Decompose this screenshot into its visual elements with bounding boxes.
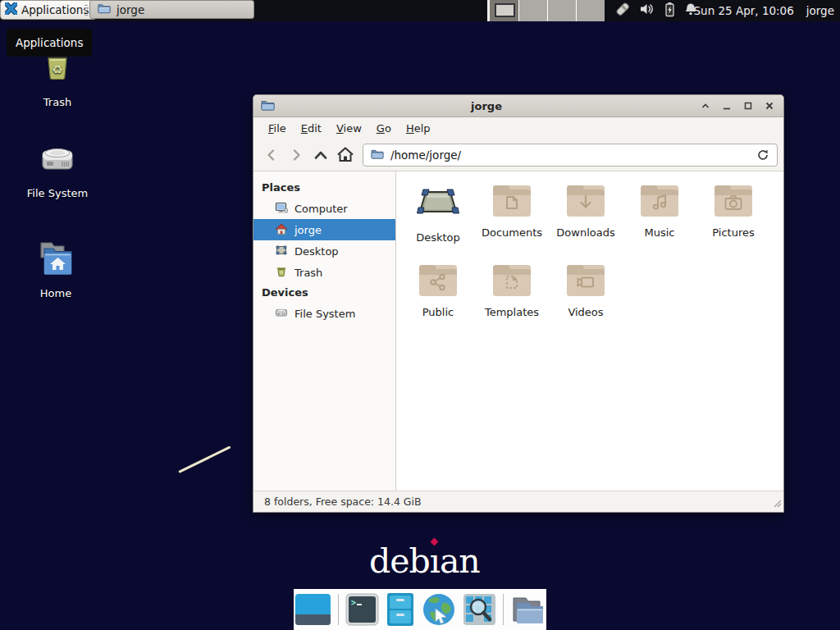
- path-text[interactable]: /home/jorge/: [390, 148, 461, 162]
- app-finder-icon[interactable]: [463, 593, 496, 626]
- mouse-tray-icon[interactable]: [614, 1, 631, 21]
- desktop-icon-label: Trash: [43, 96, 71, 108]
- desktop-icon-file-system[interactable]: File System: [16, 139, 98, 199]
- sidebar-item-desktop[interactable]: Desktop: [253, 240, 395, 262]
- places-header: Places: [253, 178, 395, 198]
- resize-grip[interactable]: [772, 498, 782, 510]
- menu-file[interactable]: File: [261, 119, 294, 138]
- tooltip-text: Applications: [16, 36, 83, 49]
- file-label: Public: [422, 306, 454, 318]
- desktop-icon-label: File System: [27, 187, 88, 199]
- reload-icon[interactable]: [756, 148, 769, 162]
- forward-button[interactable]: [284, 143, 308, 167]
- volume-icon[interactable]: [640, 2, 655, 19]
- folder-icon: [98, 2, 111, 16]
- window-title: jorge: [275, 100, 698, 112]
- sidebar-item-computer[interactable]: Computer: [253, 198, 395, 219]
- window-content: Places Computer: [253, 171, 783, 491]
- menu-view[interactable]: View: [329, 119, 369, 138]
- folder-music-icon: [639, 182, 680, 221]
- folder-downloads-icon: [565, 182, 606, 221]
- devices-header: Devices: [253, 283, 395, 303]
- dock-separator: [503, 594, 504, 625]
- back-button[interactable]: [259, 143, 284, 167]
- shade-button[interactable]: [698, 99, 712, 113]
- show-desktop-icon[interactable]: [294, 593, 331, 626]
- hard-drive-icon: [37, 139, 78, 181]
- svg-text:♻: ♻: [52, 62, 62, 77]
- menu-help[interactable]: Help: [399, 119, 438, 138]
- workspace-2[interactable]: [518, 0, 547, 21]
- taskbar-item-jorge[interactable]: jorge: [89, 0, 254, 19]
- file-tile-music[interactable]: Music: [623, 182, 696, 262]
- file-tile-pictures[interactable]: Pictures: [696, 182, 770, 262]
- menu-go[interactable]: Go: [369, 119, 399, 138]
- file-cabinet-icon[interactable]: [386, 592, 415, 627]
- file-label: Downloads: [556, 226, 614, 239]
- path-bar[interactable]: /home/jorge/: [363, 144, 778, 167]
- taskbar-item-label: jorge: [116, 3, 144, 16]
- file-label: Templates: [485, 306, 539, 318]
- menubar: File Edit View Go Help: [253, 117, 783, 139]
- xfce-menu-icon: [5, 2, 17, 17]
- home-icon: [275, 222, 288, 238]
- file-tile-templates[interactable]: Templates: [475, 262, 549, 341]
- desktop-line-artifact: [178, 445, 231, 472]
- applications-tooltip: Applications: [7, 29, 92, 57]
- desktop: Applications jorge: [0, 0, 840, 630]
- sidebar-item-label: File System: [294, 308, 355, 320]
- file-tile-public[interactable]: Public: [401, 262, 475, 341]
- bottom-dock: >: [294, 589, 546, 630]
- trash-icon: ♻: [275, 265, 288, 281]
- dock-separator: [338, 594, 339, 625]
- statusbar: 8 folders, Free space: 14.4 GiB: [253, 491, 783, 512]
- menu-edit[interactable]: Edit: [294, 119, 329, 138]
- terminal-icon[interactable]: >: [345, 593, 379, 626]
- svg-text:>: >: [351, 598, 356, 607]
- folder-videos-icon: [565, 262, 606, 300]
- file-list: Desktop Documents: [396, 171, 783, 491]
- applications-menu-label: Applications: [21, 3, 89, 16]
- status-text: 8 folders, Free space: 14.4 GiB: [264, 495, 422, 508]
- workspace-4[interactable]: [576, 0, 605, 21]
- file-tile-documents[interactable]: Documents: [475, 182, 549, 262]
- web-browser-icon[interactable]: [422, 592, 456, 627]
- folder-public-icon: [418, 262, 459, 300]
- desktop-icon: [275, 244, 288, 259]
- home-folder-icon: [35, 238, 76, 281]
- workspace-3[interactable]: [547, 0, 576, 21]
- panel-drag-handle[interactable]: [84, 5, 88, 16]
- sidebar-item-trash[interactable]: ♻ Trash: [253, 262, 395, 283]
- sidebar: Places Computer: [253, 171, 396, 491]
- desktop-icon-home[interactable]: Home: [15, 238, 97, 299]
- battery-icon[interactable]: [664, 2, 675, 21]
- user-menu[interactable]: jorge: [806, 4, 834, 17]
- sidebar-item-jorge[interactable]: jorge: [253, 219, 395, 240]
- sidebar-item-file-system[interactable]: File System: [253, 303, 395, 324]
- workspace-1[interactable]: [490, 0, 518, 21]
- close-button[interactable]: [762, 99, 776, 113]
- directory-menu-icon[interactable]: [510, 593, 546, 626]
- file-tile-downloads[interactable]: Downloads: [549, 182, 623, 262]
- file-label: Pictures: [712, 226, 754, 239]
- up-button[interactable]: [308, 143, 333, 167]
- file-tile-desktop[interactable]: Desktop: [401, 182, 475, 262]
- sidebar-item-label: Computer: [294, 203, 348, 215]
- file-manager-window: jorge File Edit View Go Help: [253, 94, 784, 513]
- computer-icon: [275, 201, 288, 217]
- file-label: Music: [645, 226, 675, 239]
- maximize-button[interactable]: [741, 99, 755, 113]
- clock[interactable]: Sun 25 Apr, 10:06: [694, 4, 794, 17]
- applications-menu-button[interactable]: Applications: [0, 0, 97, 20]
- home-button[interactable]: [333, 143, 358, 167]
- file-label: Documents: [482, 226, 542, 239]
- folder-pictures-icon: [713, 182, 754, 221]
- file-tile-videos[interactable]: Videos: [549, 262, 623, 341]
- workspace-window-thumb: [495, 3, 515, 17]
- window-controls: [698, 99, 776, 113]
- titlebar[interactable]: jorge: [253, 95, 783, 117]
- drive-icon: [275, 306, 288, 322]
- minimize-button[interactable]: [719, 99, 733, 113]
- svg-text:♻: ♻: [280, 270, 284, 275]
- file-label: Desktop: [416, 231, 460, 244]
